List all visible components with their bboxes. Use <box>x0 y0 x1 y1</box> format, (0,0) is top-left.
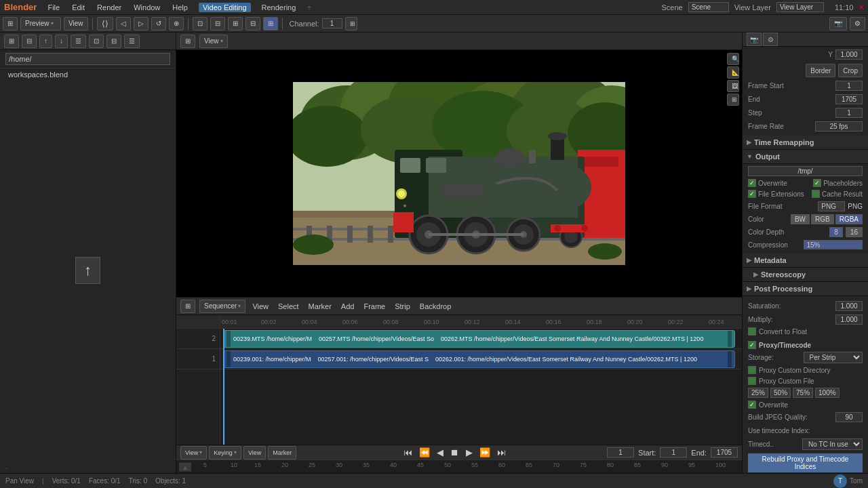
pct-75-btn[interactable]: 75% <box>793 388 813 398</box>
frame-end-value[interactable]: 1705 <box>835 94 863 104</box>
jump-start-btn[interactable]: ⏮ <box>401 447 414 458</box>
keying-btn[interactable]: Keying ▾ <box>209 446 241 460</box>
preview-btn[interactable]: Preview ▾ <box>20 17 61 30</box>
left-tb-icon-3[interactable]: ↑ <box>39 35 52 48</box>
seq-backdrop-btn[interactable]: Backdrop <box>417 301 454 312</box>
stop-btn[interactable]: ⏹ <box>448 447 461 458</box>
post-processing-header[interactable]: ▶ Post Processing <box>743 282 868 296</box>
preview-side-icon-3[interactable]: 🖼 <box>727 80 739 92</box>
menu-file[interactable]: File <box>45 2 62 13</box>
color-bw-btn[interactable]: BW <box>791 214 810 224</box>
timecode-select[interactable]: No TC In use <box>802 439 863 450</box>
saturation-value[interactable]: 1.000 <box>835 301 863 311</box>
play-back-btn[interactable]: ◀ <box>435 447 446 458</box>
channel-toggle[interactable]: ⊞ <box>345 17 357 30</box>
proxy-timecode-checkbox[interactable] <box>748 341 756 349</box>
menu-render[interactable]: Render <box>94 2 124 13</box>
frame-start-value[interactable]: 1 <box>835 81 863 91</box>
strip-handle-left-2[interactable] <box>226 351 231 367</box>
seq-strip-btn[interactable]: Strip <box>392 301 413 312</box>
proxy-custom-file-checkbox[interactable] <box>748 377 756 385</box>
tb-icon-4[interactable]: ↺ <box>151 17 166 30</box>
border-btn[interactable]: Border <box>806 64 835 77</box>
depth-8-btn[interactable]: 8 <box>829 227 843 237</box>
overwrite-checkbox[interactable] <box>748 179 756 187</box>
file-item-workspace[interactable]: workspaces.blend <box>0 68 176 81</box>
play-btn[interactable]: ▶ <box>464 447 475 458</box>
convert-float-checkbox[interactable] <box>748 327 756 336</box>
jpeg-quality-value[interactable]: 90 <box>835 412 863 422</box>
strip-handle-right-1[interactable] <box>728 331 732 347</box>
rebuild-proxy-btn[interactable]: Rebuild Proxy and Timecode Indices <box>748 453 863 472</box>
compression-bar[interactable]: 15% <box>804 240 863 249</box>
grid-btn-5[interactable]: ⊞ <box>263 17 278 30</box>
file-path-input[interactable]: /home/ <box>5 53 170 65</box>
jump-end-btn[interactable]: ⏭ <box>495 447 508 458</box>
left-tb-icon-4[interactable]: ↓ <box>55 35 68 48</box>
seq-add-btn[interactable]: Add <box>338 301 357 312</box>
menu-window[interactable]: Window <box>131 2 163 13</box>
grid-btn-2[interactable]: ⊟ <box>210 17 225 30</box>
seq-strip-1[interactable]: 00239.MTS /home/chipper/M 00257.MTS /hom… <box>223 330 735 348</box>
file-ext-checkbox[interactable] <box>748 190 756 198</box>
menu-edit[interactable]: Edit <box>69 2 87 13</box>
pct-50-btn[interactable]: 50% <box>770 388 791 398</box>
tb-icon-3[interactable]: ▷ <box>134 17 149 30</box>
strip-handle-right-2[interactable] <box>728 351 732 367</box>
seq-frame-btn[interactable]: Frame <box>361 301 388 312</box>
metadata-header[interactable]: ▶ Metadata <box>743 253 868 268</box>
left-tb-icon-6[interactable]: ⊡ <box>89 35 104 48</box>
step-back-btn[interactable]: ⏪ <box>417 447 432 458</box>
seq-type-btn[interactable]: Sequencer ▾ <box>199 300 245 313</box>
preview-side-icon-1[interactable]: 🔍 <box>727 53 739 65</box>
playback-btn[interactable]: View ▾ <box>180 446 207 460</box>
view-layer-input[interactable] <box>776 2 824 12</box>
upload-button[interactable]: ↑ <box>75 257 100 284</box>
channel-input[interactable] <box>322 18 342 28</box>
tb-icon-2[interactable]: ◁ <box>116 17 131 30</box>
right-icon-2[interactable]: ⚙ <box>850 17 865 30</box>
preview-side-icon-4[interactable]: ⊞ <box>727 94 739 106</box>
menu-help[interactable]: Help <box>170 2 191 13</box>
strip-handle-left-1[interactable] <box>226 331 231 347</box>
frame-step-value[interactable]: 1 <box>835 108 863 118</box>
preview-view-btn[interactable]: View ▾ <box>199 35 228 48</box>
frame-rate-value[interactable]: 25 fps <box>815 121 863 131</box>
left-tb-icon-7[interactable]: ⊟ <box>106 35 121 48</box>
view-seq-btn[interactable]: View <box>243 446 266 460</box>
pct-25-btn[interactable]: 25% <box>748 388 768 398</box>
seq-marker-btn[interactable]: Marker <box>306 301 334 312</box>
file-format-select[interactable]: PNG <box>818 201 845 211</box>
seq-select-btn[interactable]: Select <box>275 301 302 312</box>
crop-btn[interactable]: Crop <box>838 64 863 77</box>
grid-btn-3[interactable]: ⊞ <box>228 17 243 30</box>
left-tb-icon-2[interactable]: ⊟ <box>22 35 37 48</box>
cache-result-checkbox[interactable] <box>812 190 820 198</box>
workspace-badge[interactable]: Video Editing <box>199 3 251 12</box>
props-icon-1[interactable]: 📷 <box>747 33 762 46</box>
storage-select[interactable]: Per Strip <box>804 352 863 363</box>
grid-btn-4[interactable]: ⊟ <box>245 17 260 30</box>
left-tb-icon-1[interactable]: ⊞ <box>4 35 19 48</box>
close-icon[interactable]: × <box>859 2 864 12</box>
left-tb-icon-8[interactable]: ☰ <box>124 35 140 48</box>
output-header[interactable]: ▼ Output <box>743 150 868 164</box>
color-rgb-btn[interactable]: RGB <box>811 214 834 224</box>
preview-side-icon-2[interactable]: 📐 <box>727 66 739 79</box>
tb-icon-5[interactable]: ⊕ <box>169 17 184 30</box>
right-icon-1[interactable]: 📷 <box>829 17 847 30</box>
preview-tb-icon[interactable]: ⊞ <box>180 35 195 48</box>
menu-rendering[interactable]: Rendering <box>259 2 299 13</box>
pct-100-btn[interactable]: 100% <box>815 388 840 398</box>
y-value[interactable]: 1.000 <box>835 49 863 60</box>
overwrite-proxy-checkbox[interactable] <box>748 401 756 409</box>
color-rgba-btn[interactable]: RGBA <box>835 214 863 224</box>
current-frame-input[interactable] <box>607 447 634 458</box>
tb-icon-1[interactable]: ⟨⟩ <box>97 17 113 30</box>
depth-16-btn[interactable]: 16 <box>846 227 863 237</box>
marker-seq-btn[interactable]: Marker <box>268 446 296 460</box>
seq-tb-icon[interactable]: ⊞ <box>180 300 195 313</box>
seq-view-btn[interactable]: View <box>250 301 271 312</box>
grid-btn-1[interactable]: ⊡ <box>193 17 208 30</box>
left-tb-icon-5[interactable]: ☰ <box>71 35 86 48</box>
